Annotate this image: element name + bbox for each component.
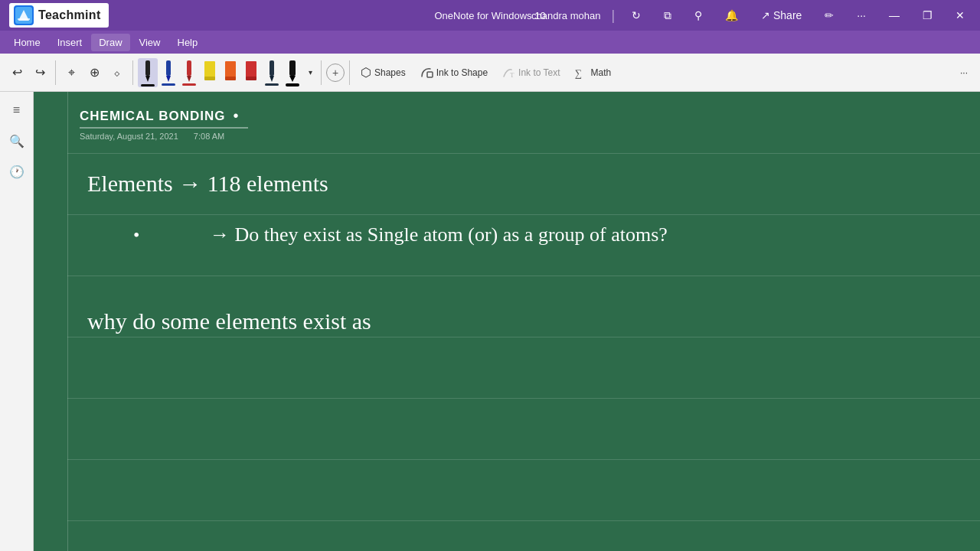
pages-btn[interactable]: ⧉ bbox=[658, 6, 678, 25]
math-label: Math bbox=[591, 67, 612, 78]
undo-icon: ↩ bbox=[12, 67, 22, 79]
svg-marker-19 bbox=[289, 76, 296, 82]
menu-insert[interactable]: Insert bbox=[50, 34, 90, 51]
ink-to-text-icon: T bbox=[501, 66, 515, 80]
add-space-icon: ⊕ bbox=[90, 65, 100, 80]
page-datetime: Saturday, August 21, 2021 7:08 AM bbox=[80, 132, 248, 141]
teachmint-logo: Teachmint bbox=[9, 3, 109, 28]
pen-dropdown-icon: ▾ bbox=[309, 68, 312, 77]
toolbar-right: ··· bbox=[954, 59, 974, 86]
sep4 bbox=[349, 60, 350, 85]
add-tool-btn[interactable]: + bbox=[326, 64, 345, 82]
line-6 bbox=[67, 459, 980, 460]
svg-text:Elements → 118 elements: Elements → 118 elements bbox=[87, 171, 328, 196]
svg-rect-14 bbox=[246, 61, 256, 78]
handwriting-canvas: Elements → 118 elements • → Do they exis… bbox=[34, 92, 980, 551]
svg-rect-12 bbox=[225, 61, 236, 78]
pen-black[interactable] bbox=[138, 58, 158, 87]
menu-help[interactable]: Help bbox=[170, 34, 206, 51]
highlighter-red[interactable] bbox=[241, 58, 261, 87]
share-btn[interactable]: ↗ Share bbox=[755, 6, 808, 24]
page-date: Saturday, August 21, 2021 bbox=[80, 132, 178, 141]
math-btn[interactable]: ∑ Math bbox=[568, 59, 618, 86]
highlighter-yellow[interactable] bbox=[200, 58, 220, 87]
pen-dropdown-btn[interactable]: ▾ bbox=[304, 57, 316, 88]
pen-red[interactable] bbox=[179, 58, 199, 87]
svg-rect-4 bbox=[145, 60, 150, 76]
svg-rect-18 bbox=[289, 60, 296, 76]
sidebar-history-btn[interactable]: 🕐 bbox=[5, 159, 29, 184]
page-time: 7:08 AM bbox=[194, 132, 224, 141]
svg-rect-20 bbox=[427, 72, 433, 77]
svg-text:T: T bbox=[510, 71, 514, 79]
ink-to-text-btn[interactable]: T Ink to Text bbox=[495, 59, 566, 86]
content-area: CHEMICAL BONDING • Saturday, August 21, … bbox=[34, 92, 980, 551]
svg-rect-3 bbox=[18, 18, 30, 20]
sidebar-search-btn[interactable]: 🔍 bbox=[5, 129, 29, 153]
svg-rect-15 bbox=[246, 77, 256, 80]
pen-thick-color bbox=[286, 83, 299, 86]
search-btn[interactable]: ⚲ bbox=[688, 6, 708, 24]
ink-to-shape-label: Ink to Shape bbox=[436, 67, 488, 78]
svg-marker-7 bbox=[166, 76, 171, 82]
shapes-icon: ⬡ bbox=[361, 65, 371, 80]
menu-view[interactable]: View bbox=[132, 34, 168, 51]
eraser-btn[interactable]: ⬦ bbox=[106, 57, 128, 88]
pen-red-icon bbox=[183, 59, 195, 83]
sidebar-menu-btn[interactable]: ≡ bbox=[5, 98, 29, 122]
more-tools-icon: ··· bbox=[960, 67, 968, 78]
refresh-btn[interactable]: ↻ bbox=[626, 6, 647, 24]
teachmint-icon bbox=[14, 5, 34, 25]
pen-group bbox=[138, 58, 302, 87]
pen-thick-black[interactable] bbox=[283, 58, 302, 87]
eraser-icon: ⬦ bbox=[113, 66, 121, 80]
add-space-btn[interactable]: ⊕ bbox=[83, 57, 105, 88]
left-sidebar: ≡ 🔍 🕐 bbox=[0, 92, 34, 551]
line-2 bbox=[67, 214, 980, 215]
svg-rect-16 bbox=[270, 60, 274, 76]
menu-home[interactable]: Home bbox=[6, 34, 48, 51]
pen-blue[interactable] bbox=[158, 58, 178, 87]
pen-red-color bbox=[182, 83, 196, 86]
titlebar-left: Teachmint bbox=[9, 3, 109, 28]
lined-paper: CHEMICAL BONDING • Saturday, August 21, … bbox=[34, 92, 980, 551]
title-dot: • bbox=[233, 107, 238, 125]
redo-btn[interactable]: ↪ bbox=[29, 57, 51, 88]
edit-btn[interactable]: ✏ bbox=[818, 6, 840, 24]
toolbar: ↩ ↪ ⌖ ⊕ ⬦ bbox=[0, 54, 980, 92]
more-btn[interactable]: ··· bbox=[851, 6, 872, 24]
lasso-btn[interactable]: ⌖ bbox=[60, 57, 82, 88]
math-icon: ∑ bbox=[574, 66, 588, 80]
redo-icon: ↪ bbox=[35, 67, 45, 79]
undo-redo-group: ↩ ↪ bbox=[6, 57, 51, 88]
shapes-label: Shapes bbox=[374, 67, 406, 78]
margin-line bbox=[67, 92, 68, 551]
sep3 bbox=[321, 60, 322, 85]
highlighter-orange[interactable] bbox=[220, 58, 240, 87]
sep1 bbox=[55, 60, 56, 85]
bell-btn[interactable]: 🔔 bbox=[719, 6, 744, 24]
pen-blue-color bbox=[162, 83, 175, 86]
more-tools-btn[interactable]: ··· bbox=[954, 59, 974, 86]
page-header: CHEMICAL BONDING • Saturday, August 21, … bbox=[80, 107, 248, 141]
svg-text:∑: ∑ bbox=[575, 67, 582, 79]
ink-to-shape-btn[interactable]: Ink to Shape bbox=[413, 59, 494, 86]
undo-btn[interactable]: ↩ bbox=[6, 57, 28, 88]
lasso-icon: ⌖ bbox=[68, 67, 75, 79]
maximize-btn[interactable]: ❐ bbox=[916, 6, 939, 24]
svg-text:why  do  some  elements  exist: why do some elements exist as bbox=[87, 308, 371, 334]
pen-blue-icon bbox=[162, 59, 175, 83]
pen-dark-icon bbox=[266, 59, 278, 83]
highlighter-yellow-icon bbox=[202, 60, 217, 86]
menu-draw[interactable]: Draw bbox=[91, 34, 129, 51]
shapes-btn[interactable]: ⬡ Shapes bbox=[354, 59, 412, 86]
line-1 bbox=[67, 153, 980, 154]
svg-rect-8 bbox=[187, 60, 191, 76]
close-btn[interactable]: ✕ bbox=[949, 6, 971, 24]
pen-thick-icon bbox=[286, 59, 299, 83]
sep2 bbox=[132, 60, 133, 85]
pen-dark[interactable] bbox=[262, 58, 282, 87]
highlighter-orange-icon bbox=[223, 60, 238, 86]
minimize-btn[interactable]: — bbox=[883, 6, 906, 24]
pen-black-icon bbox=[142, 59, 154, 83]
